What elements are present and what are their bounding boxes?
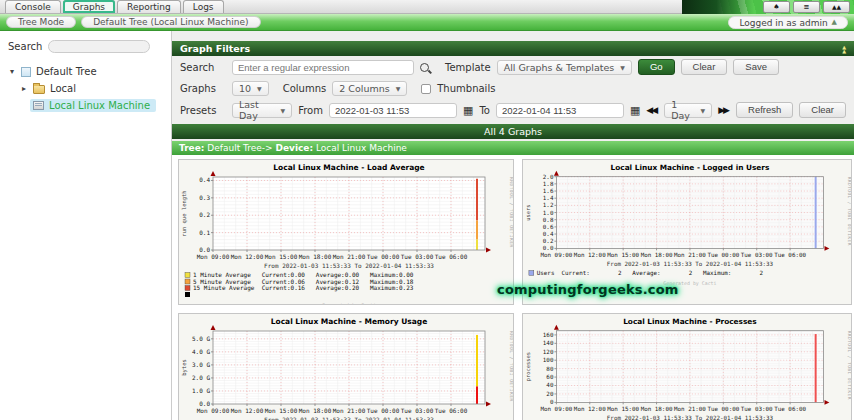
svg-text:From 2022-01-03 11:53:33 To 20: From 2022-01-03 11:53:33 To 2022-01-04 1… (264, 416, 434, 420)
thumbnails-checkbox[interactable] (421, 84, 431, 94)
preview-view-icon[interactable]: ▲▲ (823, 1, 850, 13)
tab-logs[interactable]: Logs (183, 0, 224, 13)
svg-text:Mon 18:00: Mon 18:00 (299, 407, 332, 414)
tree-item-local[interactable]: ▸ Local (0, 80, 171, 97)
breadcrumb-path[interactable]: Default Tree (Local Linux Machine) (81, 16, 260, 28)
svg-text:Tue 03:00: Tue 03:00 (741, 252, 773, 258)
svg-text:Tue 00:00: Tue 00:00 (367, 253, 400, 260)
collapse-chevrons-icon[interactable]: ▲▲ (842, 45, 846, 53)
shift-back-icon[interactable]: ◀◀ (646, 105, 658, 115)
graph-image[interactable]: 020406080100120140160Mon 09:00Mon 12:00M… (523, 314, 851, 420)
svg-text:2.0 G: 2.0 G (192, 374, 210, 381)
view-mode-buttons: ♠ ≡ ▲▲ (763, 1, 850, 13)
svg-text:Tue 03:00: Tue 03:00 (741, 406, 773, 412)
svg-text:0.0: 0.0 (199, 246, 210, 253)
graph-image[interactable]: 0.01.0 G2.0 G3.0 G4.0 G5.0 GMon 09:00Mon… (179, 314, 513, 420)
svg-text:Local Linux Machine - Load Ave: Local Linux Machine - Load Average (273, 163, 424, 172)
tree-view-icon[interactable]: ♠ (763, 1, 790, 13)
svg-text:Users Current: 2 Ave: Users Current: 2 Average: 2 Maximum: 2 (537, 270, 764, 277)
chevron-down-icon: ▼ (701, 107, 706, 114)
svg-text:0.0: 0.0 (199, 400, 210, 407)
graphs-count-select[interactable]: 10 ▼ (232, 81, 269, 96)
user-menu-label: Logged in as admin (739, 17, 827, 29)
tree-item-local-linux-machine[interactable]: Local Linux Machine (0, 97, 171, 114)
expander-closed-icon[interactable]: ▸ (20, 84, 28, 93)
template-select-value: All Graphs & Templates (504, 62, 615, 73)
svg-text:processes: processes (525, 352, 532, 381)
tab-graphs[interactable]: Graphs (63, 0, 115, 13)
search-icon[interactable] (420, 63, 429, 72)
svg-text:Tue 06:00: Tue 06:00 (435, 407, 468, 414)
graph-count-bar: All 4 Graphs (172, 124, 854, 139)
filter-row-graphs: Graphs 10 ▼ Columns 2 Columns ▼ Thumbnai… (172, 78, 854, 99)
sidebar-search-label: Search (8, 41, 42, 52)
tab-console[interactable]: Console (5, 0, 61, 13)
tree-item-default-tree[interactable]: ▾ Default Tree (0, 63, 171, 80)
svg-text:5.0 G: 5.0 G (192, 335, 210, 342)
breadcrumb-tree-mode[interactable]: Tree Mode (6, 16, 76, 28)
thumbnails-label: Thumbnails (437, 83, 495, 94)
clear-button[interactable]: Clear (681, 59, 728, 75)
shift-forward-icon[interactable]: ▶▶ (718, 105, 730, 115)
svg-text:2.0: 2.0 (543, 174, 554, 180)
regex-search-input[interactable] (232, 60, 414, 75)
user-menu[interactable]: Logged in as admin ▲ (728, 16, 848, 29)
clear-presets-button[interactable]: Clear (799, 102, 846, 118)
svg-text:1.0 G: 1.0 G (192, 387, 210, 394)
chevron-down-icon: ▼ (257, 85, 262, 92)
svg-text:Mon 18:00: Mon 18:00 (641, 406, 673, 412)
main-content: Graph Filters ▲▲ Search Template All Gra… (172, 31, 854, 420)
svg-text:Mon 18:00: Mon 18:00 (299, 253, 332, 260)
svg-text:Mon 12:00: Mon 12:00 (231, 253, 264, 260)
sidebar-search-input[interactable] (48, 40, 150, 53)
graph-tree: ▾ Default Tree ▸ Local Local Linux Machi… (0, 63, 171, 114)
svg-text:From 2022-01-03 11:53:33 To 20: From 2022-01-03 11:53:33 To 2022-01-04 1… (607, 261, 774, 267)
graphs-count-value: 10 (239, 83, 251, 94)
chevron-down-icon: ▼ (281, 107, 286, 114)
template-select[interactable]: All Graphs & Templates ▼ (497, 60, 632, 75)
calendar-icon[interactable]: ▦ (630, 105, 640, 116)
svg-text:Generated by Cacti: Generated by Cacti (322, 302, 376, 305)
tree-item-label: Default Tree (36, 66, 97, 77)
save-button[interactable]: Save (733, 59, 779, 75)
svg-text:Tue 00:00: Tue 00:00 (367, 407, 400, 414)
refresh-button[interactable]: Refresh (736, 102, 793, 118)
tree-value: Default Tree-> (207, 143, 272, 153)
columns-select[interactable]: 2 Columns ▼ (332, 81, 407, 96)
graphs-label: Graphs (180, 83, 226, 94)
presets-select[interactable]: Last Day ▼ (232, 103, 292, 118)
graph-load-average[interactable]: 0.00.10.20.30.4Mon 09:00Mon 12:00Mon 15:… (178, 159, 514, 305)
svg-text:15 Minute Average Current:0.1: 15 Minute Average Current:0.16 Average:0… (193, 284, 414, 292)
svg-text:120: 120 (543, 349, 554, 355)
svg-text:Tue 03:00: Tue 03:00 (401, 253, 434, 260)
svg-text:Mon 12:00: Mon 12:00 (574, 252, 606, 258)
graph-memory-usage[interactable]: 0.01.0 G2.0 G3.0 G4.0 G5.0 GMon 09:00Mon… (178, 313, 514, 420)
tree-item-label: Local (50, 83, 76, 94)
list-view-icon[interactable]: ≡ (793, 1, 820, 13)
svg-text:Mon 12:00: Mon 12:00 (231, 407, 264, 414)
to-date-input[interactable] (496, 103, 624, 118)
shift-select[interactable]: 1 Day ▼ (664, 103, 712, 118)
calendar-icon[interactable]: ▦ (463, 105, 473, 116)
svg-text:0: 0 (550, 399, 554, 405)
svg-text:Mon 18:00: Mon 18:00 (641, 252, 673, 258)
tree-item-label-selected: Local Linux Machine (49, 100, 150, 111)
to-label: To (479, 105, 490, 116)
expander-open-icon[interactable]: ▾ (8, 67, 16, 76)
shift-select-value: 1 Day (671, 99, 694, 121)
svg-text:RRDTOOL / TOBI OETIKER: RRDTOOL / TOBI OETIKER (509, 177, 513, 248)
columns-label: Columns (283, 83, 327, 94)
top-tab-bar: Console Graphs Reporting Logs ♠ ≡ ▲▲ (0, 0, 854, 14)
graph-image[interactable]: 0.00.10.20.30.4Mon 09:00Mon 12:00Mon 15:… (179, 160, 513, 305)
tab-reporting[interactable]: Reporting (117, 0, 181, 13)
graph-processes[interactable]: 020406080100120140160Mon 09:00Mon 12:00M… (522, 313, 852, 420)
from-date-input[interactable] (329, 103, 457, 118)
svg-text:Mon 15:00: Mon 15:00 (265, 253, 298, 260)
svg-text:100: 100 (543, 357, 554, 363)
svg-text:0.3: 0.3 (199, 194, 210, 201)
device-label: Device: (275, 143, 313, 153)
svg-text:160: 160 (543, 332, 554, 338)
chevron-down-icon: ▼ (620, 64, 625, 71)
svg-text:Tue 00:00: Tue 00:00 (707, 406, 739, 412)
go-button[interactable]: Go (638, 59, 675, 75)
